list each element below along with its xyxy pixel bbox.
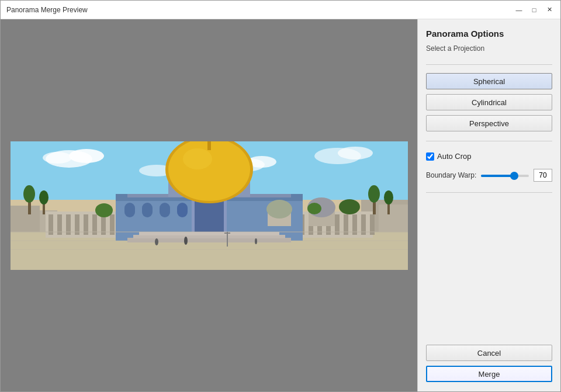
svg-point-15 (23, 185, 35, 203)
svg-point-65 (266, 200, 292, 218)
svg-rect-71 (127, 238, 291, 242)
top-divider (426, 64, 552, 65)
boundary-warp-value[interactable]: 70 (534, 169, 552, 182)
svg-point-3 (43, 152, 72, 164)
main-window: Panorama Merge Preview — □ ✕ (0, 0, 561, 392)
svg-rect-13 (379, 204, 408, 232)
panel-title: Panorama Options (426, 29, 552, 39)
preview-area (1, 19, 417, 391)
close-button[interactable]: ✕ (544, 5, 555, 15)
maximize-button[interactable]: □ (529, 5, 539, 15)
content-area: Panorama Options Select a Projection Sph… (1, 19, 560, 391)
projection-label: Select a Projection (426, 44, 552, 53)
boundary-warp-label: Boundary Warp: (426, 171, 476, 179)
svg-rect-44 (124, 203, 135, 217)
svg-point-79 (95, 203, 113, 217)
svg-rect-75 (224, 233, 230, 234)
panorama-svg (11, 141, 408, 270)
svg-point-19 (368, 185, 380, 203)
spherical-button[interactable]: Spherical (426, 73, 552, 89)
svg-point-80 (307, 203, 321, 214)
bottom-buttons: Cancel Merge (426, 339, 552, 382)
slider-thumb[interactable] (510, 172, 518, 180)
middle-divider (426, 141, 552, 141)
svg-rect-47 (177, 203, 188, 217)
svg-point-78 (255, 238, 257, 244)
svg-rect-74 (227, 232, 228, 247)
minimize-button[interactable]: — (514, 5, 524, 15)
svg-point-76 (155, 238, 158, 245)
panorama-image (11, 141, 408, 270)
svg-rect-45 (142, 203, 153, 217)
svg-point-77 (184, 237, 188, 245)
sidebar: Panorama Options Select a Projection Sph… (417, 19, 560, 391)
slider-fill (481, 175, 514, 177)
svg-point-2 (69, 149, 104, 163)
window-controls: — □ ✕ (514, 5, 555, 15)
svg-rect-73 (139, 232, 279, 235)
svg-point-21 (384, 190, 393, 204)
auto-crop-row: Auto Crop (426, 152, 552, 161)
boundary-warp-row: Boundary Warp: 70 (426, 169, 552, 182)
auto-crop-label[interactable]: Auto Crop (437, 152, 472, 161)
svg-point-81 (339, 199, 360, 214)
auto-crop-checkbox[interactable] (426, 152, 434, 161)
svg-point-7 (338, 147, 373, 159)
slider-container (481, 174, 529, 177)
svg-point-17 (39, 190, 49, 204)
perspective-button[interactable]: Perspective (426, 115, 552, 131)
svg-rect-49 (195, 200, 224, 235)
spacer (426, 199, 552, 339)
cylindrical-button[interactable]: Cylindrical (426, 94, 552, 110)
window-title: Panorama Merge Preview (6, 6, 88, 14)
svg-rect-10 (11, 206, 40, 232)
svg-point-61 (183, 148, 212, 169)
cancel-button[interactable]: Cancel (426, 345, 552, 361)
slider-track (481, 175, 529, 177)
title-bar: Panorama Merge Preview — □ ✕ (1, 1, 560, 19)
svg-rect-62 (207, 141, 211, 150)
bottom-divider (426, 192, 552, 193)
merge-button[interactable]: Merge (426, 366, 552, 382)
svg-rect-46 (160, 203, 170, 217)
